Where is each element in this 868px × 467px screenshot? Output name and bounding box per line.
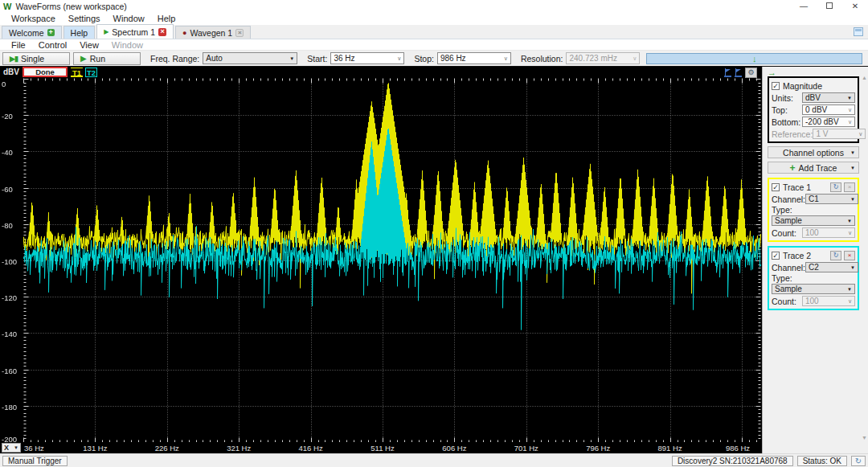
dropdown-arrow-icon: ▼ — [850, 265, 855, 270]
x-tick-label: 701 Hz — [509, 444, 544, 453]
trace2-checkbox[interactable]: ✓ — [772, 252, 780, 260]
chevron-down-icon: ∨ — [501, 55, 508, 62]
chevron-down-icon: ∨ — [848, 230, 852, 236]
trace2-options-icon[interactable]: ↻ — [830, 251, 841, 260]
trace2-toggle-button[interactable]: T2 — [85, 68, 97, 77]
instrument-menubar: File Control View Window — [0, 39, 868, 51]
y-cursors-icon[interactable] — [735, 68, 743, 77]
y-tick-label: -60 — [2, 185, 13, 194]
menu-workspace[interactable]: Workspace — [5, 14, 62, 23]
manual-trigger-button[interactable]: Manual Trigger — [2, 456, 68, 466]
start-label: Start: — [307, 54, 327, 63]
add-trace-button[interactable]: + Add Trace ▼ — [768, 162, 859, 174]
float-window-icon[interactable] — [854, 27, 863, 36]
stop-label: Stop: — [414, 54, 434, 63]
menu-file[interactable]: File — [5, 40, 32, 50]
tab-spectrum-1[interactable]: ▶ Spectrum 1 × — [96, 24, 174, 39]
record-icon: ● — [182, 29, 186, 37]
acquisition-toolbar: ▶▮ Single ▶ Run Freq. Range: Auto ▼ Star… — [0, 51, 868, 67]
trace1-type-value: Sample — [775, 216, 802, 225]
x-tick-label: 796 Hz — [580, 444, 616, 453]
freq-range-value: Auto — [206, 54, 223, 63]
magnitude-checkbox[interactable]: ✓ — [772, 82, 780, 90]
chevron-down-icon: ∨ — [394, 55, 401, 62]
start-combobox[interactable]: 36 Hz ∨ — [330, 52, 404, 64]
x-axis-scale-button[interactable]: X ▼ — [2, 443, 21, 453]
menu-help[interactable]: Help — [151, 14, 182, 23]
trace1-type-row: Sample ▼ — [772, 215, 855, 227]
trace2-type-select[interactable]: Sample ▼ — [772, 284, 855, 294]
top-label: Top: — [772, 105, 802, 115]
plus-icon[interactable]: + — [47, 29, 55, 36]
main-menubar: Workspace Settings Window Help — [0, 12, 868, 25]
tab-wavegen-1[interactable]: ● Wavegen 1 × — [175, 26, 251, 39]
waveforms-app: W WaveForms (new workspace) — ✕ Workspac… — [0, 0, 868, 467]
magnitude-groupbox: ✓ Magnitude Units: dBV ▼ Top: 0 dBV — [768, 76, 859, 143]
chevron-down-icon: ∨ — [848, 107, 852, 113]
menu-window-2[interactable]: Window — [105, 40, 149, 50]
trace2-channel-select[interactable]: C2 ▼ — [805, 262, 858, 272]
spectrum-plot-canvas[interactable] — [0, 78, 762, 443]
trace2-title: Trace 2 — [783, 251, 828, 260]
tab-wavegen-label: Wavegen 1 — [190, 28, 232, 38]
x-cursors-icon[interactable] — [724, 68, 732, 77]
trace2-count-value: 100 — [805, 297, 819, 305]
plot-settings-button[interactable]: ⚙ — [745, 68, 757, 78]
menu-settings[interactable]: Settings — [62, 14, 107, 23]
menu-window[interactable]: Window — [107, 14, 151, 23]
menu-view[interactable]: View — [73, 40, 105, 50]
minimize-button[interactable]: — — [791, 2, 817, 10]
device-manager-icon[interactable]: ↻ — [851, 456, 866, 466]
acquisition-status-button[interactable]: Done — [23, 67, 68, 77]
chevron-down-icon: ∨ — [848, 119, 852, 125]
tab-bar: Welcome + Help ▶ Spectrum 1 × ● Wavegen … — [0, 25, 868, 39]
trace2-type-label-row: Type: — [772, 273, 855, 283]
play-icon: ▶ — [104, 28, 108, 35]
trace1-channel-select[interactable]: C1 ▼ — [805, 194, 858, 204]
reference-value: 1 V — [816, 129, 828, 138]
main-area: dBV Done T1 T2 ⚙ 0-20-40-60-80-100-120-1… — [0, 67, 868, 453]
trace1-options-icon[interactable]: ↻ — [830, 182, 841, 192]
trace1-type-label-row: Type: — [772, 205, 855, 215]
trace2-channel-row: Channel: C2 ▼ — [772, 261, 855, 273]
bottom-combobox[interactable]: -200 dBV ∨ — [802, 117, 855, 127]
status-bar: Manual Trigger Discovery2 SN:210321A8076… — [0, 453, 868, 467]
scroll-up-icon[interactable]: ▲ — [862, 75, 867, 80]
run-icon: ▶ — [80, 54, 87, 63]
menu-control[interactable]: Control — [32, 40, 73, 50]
plot-header-icons: ⚙ — [724, 68, 757, 78]
channel-settings-panel: → ▲ ▼ ✓ Magnitude Units: dBV ▼ — [762, 67, 868, 453]
close-tab-icon-gray[interactable]: × — [235, 29, 244, 37]
trace1-toggle-button[interactable]: T1 — [71, 68, 83, 77]
panel-content: ✓ Magnitude Units: dBV ▼ Top: 0 dBV — [768, 76, 859, 310]
status-ok-badge[interactable]: Status: OK — [797, 456, 847, 466]
run-button[interactable]: ▶ Run — [73, 52, 141, 65]
trace1-close-button[interactable]: × — [844, 182, 855, 192]
close-tab-icon[interactable]: × — [158, 28, 166, 36]
trace2-close-button[interactable]: × — [844, 251, 855, 260]
units-select[interactable]: dBV ▼ — [802, 92, 855, 103]
single-label: Single — [21, 54, 44, 63]
type-label: Type: — [772, 205, 855, 215]
add-trace-label: Add Trace — [799, 163, 837, 173]
tab-welcome[interactable]: Welcome + — [2, 26, 62, 39]
tab-help[interactable]: Help — [63, 26, 96, 39]
trace1-count-value: 100 — [805, 228, 819, 237]
top-combobox[interactable]: 0 dBV ∨ — [802, 104, 855, 115]
restore-button[interactable] — [817, 2, 842, 10]
device-info-badge[interactable]: Discovery2 SN:210321A80768 — [672, 456, 793, 466]
channel-options-button[interactable]: Channel options ▼ — [768, 146, 859, 158]
close-button[interactable]: ✕ — [842, 2, 868, 10]
trace1-header-row: ✓ Trace 1 ↻ × — [772, 181, 855, 193]
freq-range-label: Freq. Range: — [150, 54, 199, 63]
trace2-type-value: Sample — [775, 285, 802, 293]
units-row: Units: dBV ▼ — [772, 92, 855, 104]
scroll-down-icon[interactable]: ▼ — [862, 435, 867, 440]
y-tick-label: -140 — [2, 330, 17, 338]
trace1-checkbox[interactable]: ✓ — [772, 183, 780, 191]
top-value: 0 dBV — [805, 105, 827, 114]
single-button[interactable]: ▶▮ Single — [2, 52, 70, 65]
trace1-type-select[interactable]: Sample ▼ — [772, 215, 855, 226]
freq-range-select[interactable]: Auto ▼ — [203, 52, 297, 64]
stop-combobox[interactable]: 986 Hz ∨ — [437, 52, 511, 64]
